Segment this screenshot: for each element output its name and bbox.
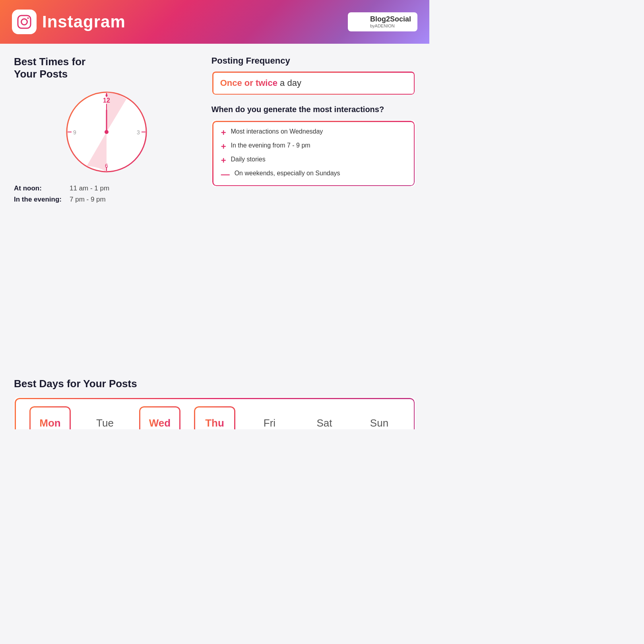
svg-text:12: 12 — [103, 97, 110, 104]
header-left: Instagram — [12, 10, 126, 34]
frequency-highlight: Once or twice — [220, 78, 277, 88]
plus-icon: + — [221, 128, 226, 137]
best-days-title: Best Days for Your Posts — [14, 378, 415, 390]
svg-text:6: 6 — [105, 163, 108, 169]
interaction-text: In the evening from 7 - 9 pm — [231, 142, 310, 149]
day-item-mon: Mon — [28, 405, 72, 429]
time-noon-label: At noon: — [14, 184, 66, 192]
posting-frequency-title: Posting Frequency — [211, 56, 415, 66]
svg-point-15 — [105, 130, 109, 134]
day-item-sat: Sat — [303, 405, 346, 429]
interactions-title: When do you generate the most interactio… — [211, 104, 415, 114]
instagram-icon — [12, 10, 37, 34]
interaction-item: —On weekends, especially on Sundays — [221, 170, 406, 179]
day-item-thu: Thu — [193, 405, 237, 429]
svg-point-3 — [361, 20, 367, 27]
svg-rect-0 — [18, 16, 31, 28]
plus-icon: + — [221, 156, 226, 165]
svg-text:3: 3 — [137, 129, 140, 136]
time-row-noon: At noon: 11 am - 1 pm — [14, 184, 200, 192]
svg-point-1 — [21, 19, 27, 25]
interaction-text: On weekends, especially on Sundays — [235, 170, 340, 177]
blog2social-sublabel: byADENION — [370, 23, 411, 28]
header: Instagram Blog2Social byADENION — [0, 0, 429, 44]
left-column: Best Times for Your Posts — [14, 56, 200, 366]
days-row: MonTueWedThuFriSatSun — [14, 397, 415, 429]
interaction-item: +Most interactions on Wednesday — [221, 128, 406, 137]
svg-text:9: 9 — [73, 129, 76, 136]
svg-point-2 — [27, 17, 29, 19]
interactions-box: +Most interactions on Wednesday+In the e… — [211, 120, 415, 187]
interaction-text: Most interactions on Wednesday — [231, 128, 323, 135]
frequency-box: Once or twice a day — [211, 71, 415, 95]
time-info: At noon: 11 am - 1 pm In the evening: 7 … — [14, 184, 200, 204]
time-evening-value: 7 pm - 9 pm — [70, 196, 106, 204]
time-noon-value: 11 am - 1 pm — [70, 184, 109, 192]
main-content: Best Times for Your Posts — [0, 44, 429, 378]
clock-container: 12 3 9 6 — [14, 88, 200, 176]
day-item-fri: Fri — [248, 405, 291, 429]
minus-icon: — — [221, 170, 230, 179]
best-times-title: Best Times for Your Posts — [14, 56, 200, 80]
plus-icon: + — [221, 142, 226, 151]
time-row-evening: In the evening: 7 pm - 9 pm — [14, 196, 200, 204]
clock: 12 3 9 6 — [63, 88, 150, 176]
best-days-section: Best Days for Your Posts MonTueWedThuFri… — [0, 378, 429, 429]
time-evening-label: In the evening: — [14, 196, 66, 204]
blog2social-logo: Blog2Social byADENION — [348, 12, 417, 31]
interaction-item: +Daily stories — [221, 156, 406, 165]
instagram-label: Instagram — [42, 12, 126, 31]
interaction-item: +In the evening from 7 - 9 pm — [221, 142, 406, 151]
frequency-text: Once or twice a day — [220, 78, 301, 88]
day-item-tue: Tue — [83, 405, 127, 429]
right-column: Posting Frequency Once or twice a day Wh… — [211, 56, 415, 366]
blog2social-label: Blog2Social — [370, 16, 411, 23]
day-item-sun: Sun — [357, 405, 401, 429]
interaction-text: Daily stories — [231, 156, 266, 163]
day-item-wed: Wed — [138, 405, 182, 429]
